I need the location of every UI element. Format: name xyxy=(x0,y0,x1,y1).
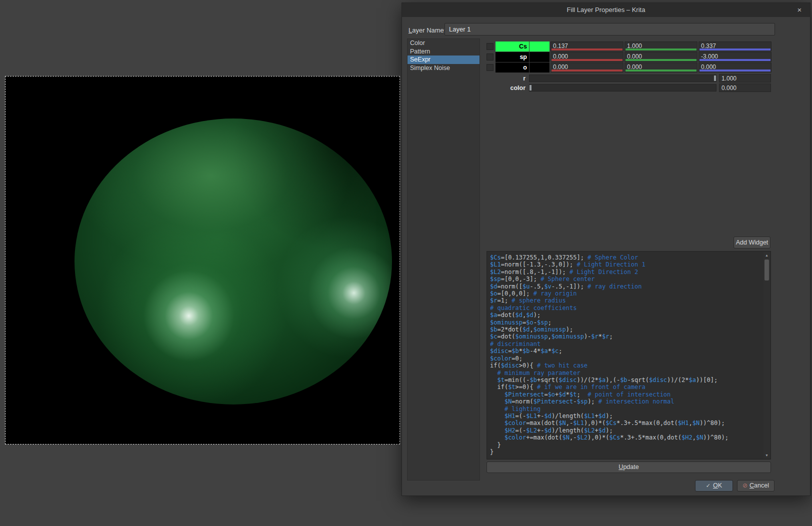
code-line: $t=min((-$b+sqrt($disc))/(2*$a),(-$b-sqr… xyxy=(490,376,762,384)
code-line: # minimum ray parameter xyxy=(490,370,762,376)
scalar-value-field[interactable]: 1.000 xyxy=(719,74,771,82)
scalar-rows: r1.000color0.000 xyxy=(486,74,772,93)
generator-list-item-simplex-noise[interactable]: Simplex Noise xyxy=(408,64,480,72)
code-line: $b=2*dot($d,$ominussp); xyxy=(490,326,762,333)
channel-color-bar xyxy=(626,70,696,72)
forbidden-icon: ⊘ xyxy=(742,480,748,491)
code-line: $Cs=[0.137255,1,0.337255]; # Sphere Colo… xyxy=(490,254,762,261)
variable-channel-field[interactable]: 0.000 xyxy=(550,62,624,72)
checkmark-icon: ✓ xyxy=(706,480,710,491)
channel-color-bar xyxy=(700,48,770,50)
code-line: $color+=max(dot($N,-$L2),0)*($Cs*.3+.5*m… xyxy=(490,434,762,441)
sphere-render xyxy=(74,118,392,404)
dialog-title: Fill Layer Properties – Krita xyxy=(402,3,810,17)
code-line: $L2=norm([.8,-1,-1]); # Light Direction … xyxy=(490,268,762,276)
chevron-up-icon[interactable]: ▲ xyxy=(764,252,770,258)
scalar-slider[interactable] xyxy=(529,74,716,82)
cancel-button-label: Cancel xyxy=(750,480,769,491)
cancel-button[interactable]: ⊘ Cancel xyxy=(737,480,774,492)
seexpr-script-editor[interactable]: $Cs=[0.137255,1,0.337255]; # Sphere Colo… xyxy=(486,251,771,460)
code-line: $r=1; # sphere radius xyxy=(490,297,762,304)
variable-rows: Cs0.1371.0000.337sp0.0000.000-3.000o0.00… xyxy=(486,42,772,73)
code-line: $H1=(-$L1+-$d)/length($L1+$d); xyxy=(490,412,762,420)
variable-channel-field[interactable]: 0.000 xyxy=(550,52,624,62)
canvas-document[interactable] xyxy=(5,76,400,444)
channel-color-bar xyxy=(552,59,622,61)
close-icon[interactable]: × xyxy=(793,3,806,17)
code-line: $color=0; xyxy=(490,355,762,362)
variable-row-sp: sp0.0000.000-3.000 xyxy=(486,52,772,62)
channel-color-bar xyxy=(700,59,770,61)
scalar-row-color: color0.000 xyxy=(486,84,772,92)
slider-handle[interactable] xyxy=(714,76,716,81)
code-line: # quadratic coefficients xyxy=(490,304,762,312)
code-line: $o=[0,0,0]; # ray origin xyxy=(490,290,762,297)
variable-checkbox[interactable] xyxy=(486,64,494,71)
variable-color-preview[interactable] xyxy=(530,62,550,72)
code-line: # lighting xyxy=(490,406,762,412)
variable-color-preview[interactable] xyxy=(530,52,550,62)
add-widget-button[interactable]: Add Widget xyxy=(734,236,770,248)
ok-button-label: OK xyxy=(713,480,722,491)
variable-row-Cs: Cs0.1371.0000.337 xyxy=(486,42,772,52)
update-button-label: Update xyxy=(618,462,638,472)
variable-name-swatch[interactable]: Cs xyxy=(496,42,529,52)
variable-channel-field[interactable]: -3.000 xyxy=(698,52,772,62)
layer-name-label: Layer Name: xyxy=(408,26,446,34)
code-line: $Pintersect=$o+$d*$t; # point of interse… xyxy=(490,391,762,398)
generator-list[interactable]: ColorPatternSeExprSimplex Noise xyxy=(407,38,480,480)
variable-channel-field[interactable]: 0.137 xyxy=(550,42,624,52)
editor-scrollbar[interactable]: ▲ ▼ xyxy=(764,252,770,458)
code-line: $L1=norm([-1.3,-.3,0]); # Light Directio… xyxy=(490,261,762,268)
code-line: $c=dot($ominussp,$ominussp)-$r*$r; xyxy=(490,333,762,340)
scalar-name-label: color xyxy=(486,84,529,92)
variable-checkbox[interactable] xyxy=(486,54,494,60)
variable-color-preview[interactable] xyxy=(530,42,550,52)
variable-channel-field[interactable]: 0.337 xyxy=(698,42,772,52)
scalar-row-r: r1.000 xyxy=(486,74,772,82)
code-line: $d=norm([$u-.5,$v-.5,-1]); # ray directi… xyxy=(490,283,762,290)
code-line: if($disc>0){ # two hit case xyxy=(490,362,762,369)
scrollbar-handle[interactable] xyxy=(764,260,769,280)
generator-list-item-pattern[interactable]: Pattern xyxy=(408,48,480,56)
code-line: $ominussp=$o-$sp; xyxy=(490,319,762,326)
code-line: $color=max(dot($N,-$L1),0)*($Cs*.3+.5*ma… xyxy=(490,420,762,426)
variable-name-swatch[interactable]: sp xyxy=(496,52,529,62)
script-code: $Cs=[0.137255,1,0.337255]; # Sphere Colo… xyxy=(490,254,762,457)
variable-row-o: o0.0000.0000.000 xyxy=(486,62,772,72)
chevron-down-icon[interactable]: ▼ xyxy=(764,452,770,458)
code-line: $disc=$b*$b-4*$a*$c; xyxy=(490,348,762,354)
variable-checkbox[interactable] xyxy=(486,43,494,50)
screen: Fill Layer Properties – Krita × Layer Na… xyxy=(0,0,812,526)
channel-color-bar xyxy=(626,48,696,50)
slider-handle[interactable] xyxy=(530,85,532,90)
channel-color-bar xyxy=(552,48,622,50)
code-line: $sp=[0,0,-3]; # Sphere center xyxy=(490,276,762,282)
code-line: } xyxy=(490,442,762,448)
variable-name-swatch[interactable]: o xyxy=(496,62,529,72)
code-line: } xyxy=(490,448,762,456)
ok-button[interactable]: ✓ OK xyxy=(695,480,733,492)
channel-color-bar xyxy=(626,59,696,61)
generator-list-item-color[interactable]: Color xyxy=(408,39,480,48)
scalar-name-label: r xyxy=(486,75,529,82)
variable-channel-field[interactable]: 0.000 xyxy=(624,62,698,72)
update-button[interactable]: Update xyxy=(486,462,771,473)
variable-channel-field[interactable]: 0.000 xyxy=(698,62,772,72)
variable-channel-field[interactable]: 1.000 xyxy=(624,42,698,52)
code-line: $a=dot($d,$d); xyxy=(490,312,762,318)
scalar-slider[interactable] xyxy=(529,84,716,92)
variable-channel-field[interactable]: 0.000 xyxy=(624,52,698,62)
channel-color-bar xyxy=(552,70,622,72)
channel-color-bar xyxy=(700,70,770,72)
dialog-titlebar[interactable]: Fill Layer Properties – Krita × xyxy=(402,3,810,17)
code-line: $H2=(-$L2+-$d)/length($L2+$d); xyxy=(490,427,762,434)
code-line: # discriminant xyxy=(490,340,762,348)
code-line: if($t>=0){ # if we are in front of camer… xyxy=(490,384,762,390)
code-line: $N=norm($Pintersect-$sp); # intersection… xyxy=(490,398,762,405)
scalar-value-field[interactable]: 0.000 xyxy=(719,84,771,92)
generator-list-item-seexpr[interactable]: SeExpr xyxy=(408,56,480,64)
layer-name-input[interactable] xyxy=(444,23,775,36)
fill-layer-properties-dialog: Fill Layer Properties – Krita × Layer Na… xyxy=(402,2,810,496)
